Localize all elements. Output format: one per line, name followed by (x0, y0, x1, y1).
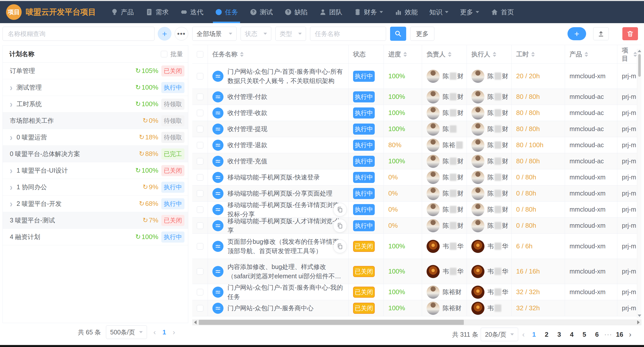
scene-select[interactable]: 全部场景 (192, 27, 237, 41)
task-page-size-select[interactable]: 20条/页 (481, 328, 518, 341)
page-number[interactable]: 1 (529, 331, 539, 338)
owner-cell[interactable]: 韦华 (422, 259, 467, 284)
refresh-icon[interactable]: ↻ (135, 67, 141, 75)
page-number[interactable]: 5 (579, 331, 590, 338)
copy-button[interactable] (333, 240, 347, 253)
task-name-cell[interactable]: 移动端功能-手机网页版-快速登录 (208, 169, 349, 185)
owner-cell[interactable]: 陈裕财 (422, 284, 467, 300)
task-name-cell[interactable]: 门户网站-众包门户-服务商中心 (208, 300, 349, 316)
executor-cell[interactable]: 陈财 (467, 169, 512, 185)
copy-button[interactable] (333, 203, 347, 216)
page-number[interactable]: 4 (566, 331, 577, 338)
sort-desc-icon[interactable] (448, 55, 451, 57)
task-name-cell[interactable]: 移动端功能-手机网页版-任务详情页浏览-投标-分享 (208, 202, 349, 217)
chevron-right-icon[interactable]: › (10, 83, 13, 92)
page-number[interactable]: 1 (163, 328, 166, 336)
executor-cell[interactable]: 陈财 (467, 105, 512, 121)
sort-desc-icon[interactable] (403, 55, 407, 57)
column-header-product[interactable]: 产品 (565, 45, 617, 63)
horizontal-scrollbar[interactable] (192, 319, 641, 325)
executor-cell[interactable]: 陈财 (467, 202, 512, 217)
chevron-right-icon[interactable]: › (10, 166, 13, 175)
task-next-page-button[interactable]: › (627, 330, 633, 339)
type-select[interactable]: 类型 (275, 27, 306, 41)
nav-item-缺陷[interactable]: 缺陷 (284, 1, 308, 23)
nav-item-需求[interactable]: 需求 (145, 1, 169, 23)
plan-page-size-select[interactable]: 500条/页 (106, 325, 147, 339)
plan-next-page-button[interactable]: › (171, 328, 177, 336)
sort-icon[interactable] (240, 52, 244, 57)
row-checkbox[interactable] (197, 142, 203, 148)
executor-cell[interactable]: 陈财 (467, 64, 512, 89)
chevron-right-icon[interactable]: › (10, 199, 13, 208)
plan-search-input[interactable] (3, 27, 155, 41)
status-select[interactable]: 状态 (241, 27, 271, 41)
task-name-cell[interactable]: 移动端功能-手机网页版-分享页面处理 (208, 185, 349, 201)
nav-item-更多[interactable]: 更多 (460, 1, 479, 23)
search-button[interactable] (390, 27, 406, 41)
table-row[interactable]: 页面部分bug修改（我发布的任务详情页顶部导航、首页研发管理工具等）已关闭100… (192, 234, 641, 259)
sort-asc-icon[interactable] (633, 52, 637, 54)
refresh-icon[interactable]: ↻ (139, 133, 144, 141)
column-header-exec[interactable]: 执行人 (467, 45, 512, 63)
owner-cell[interactable]: 陈财 (422, 153, 467, 169)
task-name-input[interactable] (310, 27, 386, 41)
plan-prev-page-button[interactable]: ‹ (152, 328, 158, 336)
plan-row[interactable]: ›0 唛盟运营↻18%待领取 (3, 129, 188, 146)
table-row[interactable]: 移动端功能-手机网页版-人才详情浏览-分享执行中0%陈财陈财0 / 80hmmc… (192, 218, 641, 234)
owner-cell[interactable]: 陈财 (422, 218, 467, 234)
row-checkbox[interactable] (197, 222, 203, 229)
sort-icon[interactable] (531, 52, 535, 57)
sort-icon[interactable] (448, 52, 451, 57)
horizontal-scrollbar-thumb[interactable] (199, 320, 464, 325)
nav-item-任务[interactable]: 任务 (215, 1, 238, 23)
plan-row[interactable]: ›测试管理↻100%执行中 (3, 79, 188, 96)
vertical-scrollbar[interactable] (637, 49, 641, 318)
scroll-up-arrow-icon[interactable] (638, 50, 641, 52)
page-number[interactable]: 16 (614, 331, 625, 338)
task-name-cell[interactable]: 移动端功能-手机网页版-人才详情浏览-分享 (208, 218, 349, 234)
table-row[interactable]: 门户网站-众包门户-首页-服务商中心-所有数据只关联个人账号，不关联组织架构执行… (192, 64, 641, 89)
sort-desc-icon[interactable] (493, 55, 496, 57)
executor-cell[interactable]: 陈财 (467, 185, 512, 201)
task-name-cell[interactable]: 收付管理-付款 (208, 89, 349, 105)
row-checkbox[interactable] (197, 305, 203, 312)
table-row[interactable]: 门户网站-众包门户-首页-服务商中心-我的任务已关闭100%陈裕财韦华32 / … (192, 284, 641, 300)
plan-row[interactable]: 3 唛盟平台-测试↻7%已关闭 (3, 212, 188, 229)
copy-button[interactable] (333, 219, 347, 233)
executor-cell[interactable]: 陈财 (467, 121, 512, 137)
row-checkbox[interactable] (197, 289, 203, 295)
column-header-owner[interactable]: 负责人 (422, 45, 467, 63)
nav-item-知识[interactable]: 知识 (429, 1, 448, 23)
scroll-left-arrow-icon[interactable] (192, 319, 198, 325)
executor-cell[interactable]: 陈财 (467, 89, 512, 105)
owner-cell[interactable]: 陈财 (422, 185, 467, 201)
sort-icon[interactable] (403, 52, 407, 57)
refresh-icon[interactable]: ↻ (139, 150, 144, 158)
column-header-name[interactable]: 任务名称 (208, 45, 349, 63)
executor-cell[interactable]: 陈财 (467, 153, 512, 169)
owner-cell[interactable]: 陈财 (422, 64, 467, 89)
task-name-cell[interactable]: 页面部分bug修改（我发布的任务详情页顶部导航、首页研发管理工具等） (208, 234, 349, 259)
table-row[interactable]: 收付管理-提现执行中100%陈陈财80 / 80hmmcloud-acprj-m (192, 121, 641, 137)
row-checkbox[interactable] (197, 94, 203, 100)
nav-item-财务[interactable]: 财务 (354, 1, 383, 23)
nav-item-效能[interactable]: 效能 (395, 1, 418, 23)
executor-cell[interactable]: 陈财 (467, 218, 512, 234)
owner-cell[interactable]: 陈裕 (422, 137, 467, 153)
select-all-checkbox[interactable] (197, 51, 203, 58)
table-row[interactable]: 收付管理-退款执行中80%陈裕陈财80 / 100hmmcloud-acprj-… (192, 137, 641, 153)
plan-row[interactable]: ›2 唛盟平台-开发↻68%执行中 (3, 196, 188, 212)
chevron-right-icon[interactable]: › (10, 99, 13, 109)
task-name-cell[interactable]: 收付管理-充值 (208, 153, 349, 169)
nav-item-团队[interactable]: 团队 (319, 1, 342, 23)
plan-row[interactable]: ›1 协同办公↻9%执行中 (3, 179, 188, 196)
scroll-down-arrow-icon[interactable] (638, 315, 641, 317)
refresh-icon[interactable]: ↻ (139, 200, 144, 208)
refresh-icon[interactable]: ↻ (143, 216, 148, 224)
plan-more-actions-button[interactable]: ••• (175, 27, 188, 41)
column-header-progress[interactable]: 进度 (384, 45, 422, 63)
plan-row[interactable]: 市场部相关工作↻0%待领取 (3, 112, 188, 129)
sort-icon[interactable] (633, 52, 637, 57)
refresh-icon[interactable]: ↻ (143, 183, 148, 191)
